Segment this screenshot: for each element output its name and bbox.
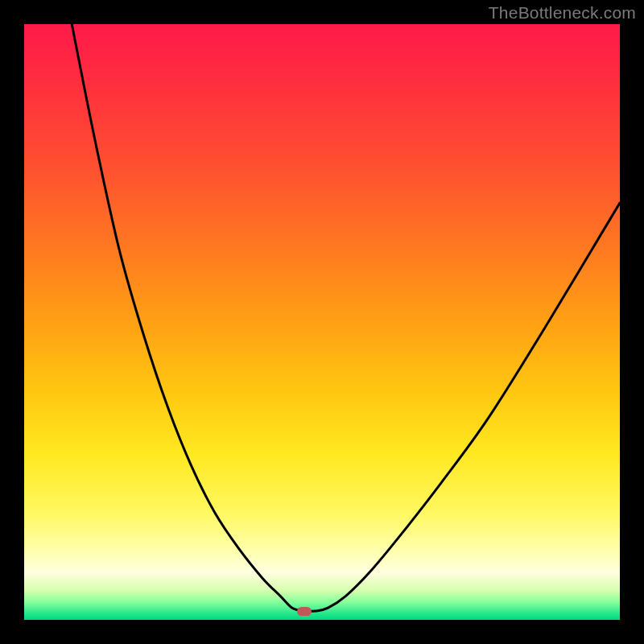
watermark-text: TheBottleneck.com xyxy=(489,3,636,23)
optimum-marker xyxy=(297,607,312,616)
chart-frame: TheBottleneck.com xyxy=(0,0,644,644)
plot-area xyxy=(24,24,620,620)
curve-svg xyxy=(24,24,620,620)
bottleneck-curve xyxy=(72,24,620,611)
